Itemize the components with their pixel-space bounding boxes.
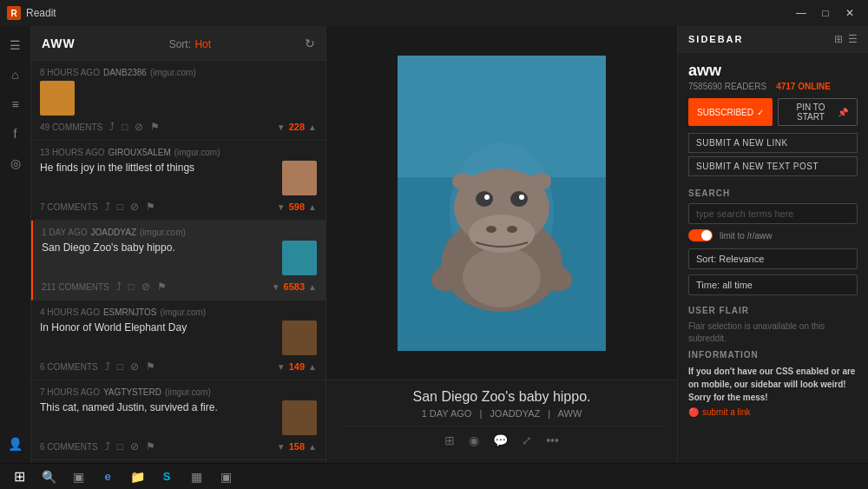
downvote-button[interactable]: ▼ [277,362,286,372]
close-button[interactable]: ✕ [838,4,861,22]
post-actions: 7 COMMENTS ⤴ □ ⊘ ⚑ ▼ 598 ▲ [40,201,317,213]
svg-point-11 [519,195,524,200]
upvote-button[interactable]: ▲ [308,122,317,132]
taskbar-start[interactable]: ⊞ [3,466,35,488]
post-meta: 13 HOURS AGO GIROUX5ALEM (imgur.com) [40,148,317,157]
taskbar-search[interactable]: 🔍 [35,466,62,488]
hippo-image [398,56,606,351]
list-item[interactable]: 4 HOURS AGO ESMRNJTOS (imgur.com) In Hon… [31,301,326,380]
taskbar-skype[interactable]: S [153,466,181,488]
hide-icon[interactable]: ⊘ [130,201,139,213]
content-image-area [326,26,677,380]
share-icon[interactable]: ⤴ [105,440,110,453]
taskbar-task-view[interactable]: ▣ [64,466,92,488]
flag-icon[interactable]: ⚑ [146,201,155,213]
home-icon[interactable]: ⌂ [3,63,28,87]
taskbar-file-explorer[interactable]: 📁 [123,466,151,488]
upvote-button[interactable]: ▲ [308,202,317,212]
submit-text-button[interactable]: SUBMIT A NEW TEXT POST [688,156,858,176]
list-item[interactable]: 8 HOURS AGO DANB2386 (imgur.com) 49 COMM… [31,61,326,141]
hide-icon[interactable]: ⊘ [141,281,150,293]
list-item[interactable]: 1 DAY AGO JOADDYAZ (imgur.com) San Diego… [31,221,326,301]
post-meta: 7 HOURS AGO YAGTYSTERD (imgur.com) [40,387,317,397]
sort-label: Sort: Hot [169,36,211,51]
hide-icon[interactable]: ⊘ [135,121,143,133]
taskbar-app1[interactable]: ▦ [182,466,210,488]
expand-button[interactable]: ⤢ [522,433,532,447]
svg-point-6 [486,226,496,233]
downvote-button[interactable]: ▼ [277,442,286,452]
downvote-button[interactable]: ▼ [272,282,280,292]
save-icon[interactable]: □ [122,121,128,133]
share-icon[interactable]: ⤴ [105,360,110,373]
save-icon[interactable]: □ [128,281,135,293]
limit-toggle[interactable] [688,229,713,241]
hide-icon[interactable]: ⊘ [130,440,139,453]
taskbar-edge[interactable]: e [94,466,122,488]
taskbar-app2[interactable]: ▣ [212,466,240,488]
posts-header: AWW Sort: Hot ↻ [31,26,326,61]
save-icon[interactable]: □ [117,360,123,373]
vote-section: ▼ 6583 ▲ [272,281,317,292]
post-content: In Honor of World Elephant Day [40,320,317,355]
submit-link-anchor[interactable]: 🔴 submit a link [688,407,858,417]
svg-point-9 [510,191,528,207]
toggle-label: limit to /r/aww [720,231,773,241]
image-view-button[interactable]: ⊞ [444,433,455,447]
hide-icon[interactable]: ⊘ [130,360,139,373]
hamburger-icon[interactable]: ☰ [3,33,28,57]
flag-icon[interactable]: ⚑ [157,281,167,293]
sort-dropdown[interactable]: Sort: Relevance [688,248,858,269]
user-icon[interactable]: 👤 [3,432,28,456]
post-thumbnail [282,400,317,435]
toggle-row: limit to /r/aww [688,229,858,241]
list-item[interactable]: 13 HOURS AGO GIROUX5ALEM (imgur.com) He … [31,141,326,221]
submit-link-button[interactable]: SUBMIT A NEW LINK [688,133,858,153]
titlebar-controls: — □ ✕ [790,4,861,22]
app-title: Readit [26,7,56,19]
grid-view-icon[interactable]: ⊞ [834,33,843,45]
flag-icon[interactable]: ⚑ [146,360,155,373]
upvote-button[interactable]: ▲ [308,282,317,292]
downvote-button[interactable]: ▼ [277,202,286,212]
taskbar: ⊞ 🔍 ▣ e 📁 S ▦ ▣ [0,463,868,489]
eye-button[interactable]: ◉ [469,433,479,447]
post-actions: 211 COMMENTS ⤴ □ ⊘ ⚑ ▼ 6583 ▲ [42,281,317,293]
pin-to-start-button[interactable]: PIN TO START 📌 [778,98,858,126]
subreddit-title: AWW [42,36,76,50]
post-content: He finds joy in the littlest of things [40,161,317,195]
list-icon[interactable]: ≡ [3,92,28,116]
save-icon[interactable]: □ [117,201,123,213]
sidebar: SIDEBAR ⊞ ☰ aww 7585690 READERS 4717 ONL… [677,26,868,463]
flag-icon[interactable]: ⚑ [150,121,160,133]
list-item[interactable]: 7 HOURS AGO YAGTYSTERD (imgur.com) This … [31,380,326,460]
post-thumbnail [40,81,75,116]
share-icon[interactable]: ⤴ [105,201,110,213]
search-input[interactable] [688,203,858,224]
post-actions: 6 COMMENTS ⤴ □ ⊘ ⚑ ▼ 149 ▲ [40,360,317,373]
upvote-button[interactable]: ▲ [308,362,317,372]
post-actions: 49 COMMENTS ⤴ □ ⊘ ⚑ ▼ 228 ▲ [40,121,317,133]
sidebar-header: SIDEBAR ⊞ ☰ [678,26,868,53]
more-button[interactable]: ••• [546,433,559,447]
subscribed-button[interactable]: SUBSCRIBED ✓ [688,98,773,126]
comment-button[interactable]: 💬 [493,433,508,447]
list-view-icon[interactable]: ☰ [848,33,858,45]
circle-icon[interactable]: ◎ [3,151,28,175]
flag-icon[interactable]: ⚑ [146,440,155,453]
minimize-button[interactable]: — [790,4,812,22]
share-icon[interactable]: ⤴ [109,121,115,133]
search-section-title: SEARCH [688,188,858,198]
save-icon[interactable]: □ [117,440,123,453]
share-icon[interactable]: ⤴ [116,281,122,293]
post-thumbnail [282,320,317,355]
bookmark-icon[interactable]: f [3,122,28,146]
post-thumbnail [282,241,317,275]
refresh-button[interactable]: ↻ [305,36,315,50]
downvote-button[interactable]: ▼ [277,122,286,132]
user-flair-text: Flair selection is unavailable on this s… [688,320,858,345]
content-meta: 1 DAY AGO | JOADDYAZ | AWW [340,408,663,419]
maximize-button[interactable]: □ [814,4,837,22]
time-dropdown[interactable]: Time: all time [688,274,858,295]
upvote-button[interactable]: ▲ [308,442,317,452]
